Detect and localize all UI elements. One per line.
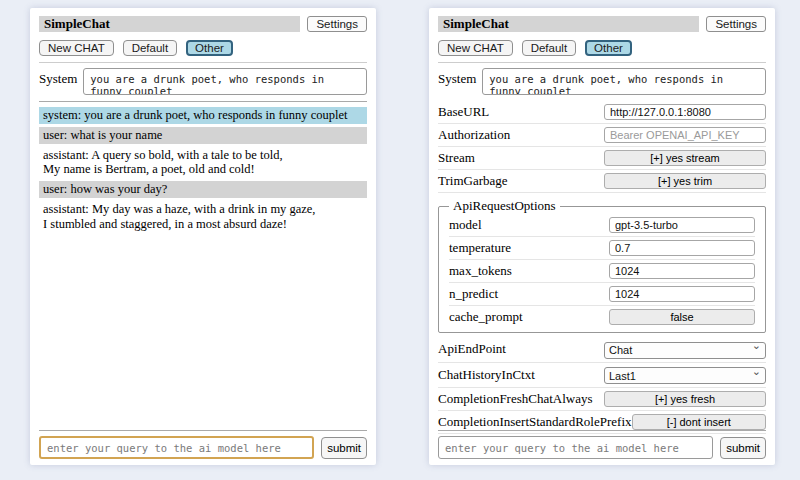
new-chat-button[interactable]: New CHAT [39,40,114,56]
api-endpoint-label: ApiEndPoint [438,341,506,357]
setting-row-stream: Stream [+] yes stream [438,147,766,170]
chat-history-label: ChatHistoryInCtxt [438,367,535,383]
settings-panel: SimpleChat Settings New CHAT Default Oth… [429,8,775,465]
session-tab-default[interactable]: Default [522,40,576,56]
titlebar: SimpleChat Settings [438,16,766,32]
setting-row-api-endpoint: ApiEndPoint Chat [438,337,766,363]
setting-row-max-tokens: max_tokens [449,260,755,283]
setting-row-trimgarbage: TrimGarbage [+] yes trim [438,170,766,193]
session-toolbar: New CHAT Default Other [438,40,766,56]
completion-fresh-label: CompletionFreshChatAlways [438,391,593,407]
session-tab-default[interactable]: Default [123,40,177,56]
chat-message-assistant: assistant: My day was a haze, with a dri… [39,201,367,233]
n-predict-input[interactable] [609,286,755,302]
max-tokens-label: max_tokens [449,263,512,279]
trimgarbage-label: TrimGarbage [438,173,508,189]
query-area: submit [438,424,766,459]
app-title: SimpleChat [438,16,699,32]
app-title: SimpleChat [39,16,300,32]
divider [39,430,367,431]
submit-button[interactable]: submit [720,437,766,459]
system-prompt-input[interactable]: you are a drunk poet, who responds in fu… [83,68,367,95]
completion-fresh-toggle-button[interactable]: [+] yes fresh [604,391,766,407]
api-request-options-fieldset: ApiRequestOptions model temperature max_… [438,198,766,333]
chat-message-system: system: you are a drunk poet, who respon… [39,107,367,124]
setting-row-temperature: temperature [449,237,755,260]
trimgarbage-toggle-button[interactable]: [+] yes trim [604,173,766,189]
model-input[interactable] [609,217,755,233]
temperature-label: temperature [449,240,511,256]
chat-panel: SimpleChat Settings New CHAT Default Oth… [30,8,376,465]
baseurl-input[interactable] [604,104,766,120]
system-prompt-label: System [39,68,77,95]
query-input[interactable] [438,436,713,459]
submit-button[interactable]: submit [321,437,367,459]
system-prompt-label: System [438,68,476,95]
divider [438,62,766,63]
divider [438,430,766,431]
settings-list: BaseURL Authorization Stream [+] yes str… [438,101,766,434]
query-area: submit [39,424,367,459]
settings-button[interactable]: Settings [307,16,367,32]
session-tab-other[interactable]: Other [585,40,632,56]
stream-label: Stream [438,150,475,166]
model-label: model [449,217,482,233]
divider [39,101,367,102]
chevron-down-icon: Last1 [604,366,766,385]
chat-message-user: user: what is your name [39,127,367,144]
cache-prompt-toggle-button[interactable]: false [609,309,755,325]
settings-button[interactable]: Settings [706,16,766,32]
setting-row-authorization: Authorization [438,124,766,147]
divider [39,62,367,63]
system-prompt-row: System you are a drunk poet, who respond… [39,68,367,95]
new-chat-button[interactable]: New CHAT [438,40,513,56]
query-input[interactable] [39,436,314,459]
cache-prompt-label: cache_prompt [449,309,523,325]
setting-row-baseurl: BaseURL [438,101,766,124]
setting-row-model: model [449,214,755,237]
max-tokens-input[interactable] [609,263,755,279]
authorization-input[interactable] [604,127,766,143]
session-tab-other[interactable]: Other [186,40,233,56]
baseurl-label: BaseURL [438,104,489,120]
system-prompt-row: System you are a drunk poet, who respond… [438,68,766,95]
setting-row-completion-fresh: CompletionFreshChatAlways [+] yes fresh [438,388,766,411]
chat-history-select[interactable]: Last1 [604,367,766,384]
temperature-input[interactable] [609,240,755,256]
chat-log: system: you are a drunk poet, who respon… [39,107,367,232]
setting-row-cache-prompt: cache_prompt false [449,306,755,328]
setting-row-n-predict: n_predict [449,283,755,306]
titlebar: SimpleChat Settings [39,16,367,32]
session-toolbar: New CHAT Default Other [39,40,367,56]
chat-message-assistant: assistant: A query so bold, with a tale … [39,147,367,179]
authorization-label: Authorization [438,127,510,143]
stream-toggle-button[interactable]: [+] yes stream [604,150,766,166]
chevron-down-icon: Chat [604,340,766,359]
system-prompt-input[interactable]: you are a drunk poet, who responds in fu… [482,68,766,95]
n-predict-label: n_predict [449,286,498,302]
api-endpoint-select[interactable]: Chat [604,342,766,359]
api-request-options-legend: ApiRequestOptions [449,198,560,214]
chat-message-user: user: how was your day? [39,181,367,198]
setting-row-chat-history: ChatHistoryInCtxt Last1 [438,363,766,389]
